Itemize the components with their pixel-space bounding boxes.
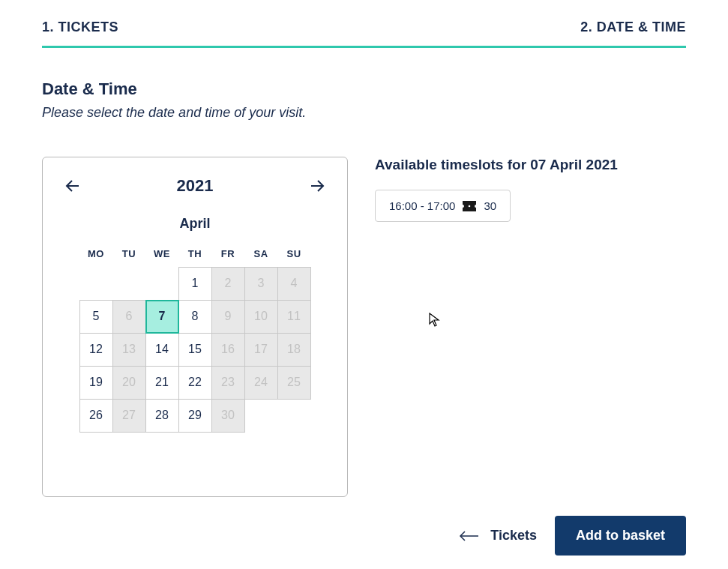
calendar-day[interactable]: 19 [79,366,113,400]
back-to-tickets-link[interactable]: Tickets [459,528,537,544]
timeslot-count: 30 [484,199,496,212]
calendar-day: 9 [211,300,245,334]
weekday-label: WE [145,248,178,259]
weekday-label: MO [79,248,112,259]
calendar-day: 6 [112,300,146,334]
calendar-empty-cell [112,267,146,301]
calendar-day[interactable]: 7 [145,300,179,334]
calendar-empty-cell [79,267,113,301]
tab-datetime[interactable]: 2. DATE & TIME [580,19,686,35]
calendar-day: 25 [277,366,311,400]
tab-tickets[interactable]: 1. TICKETS [42,19,118,35]
timeslot-option[interactable]: 16:00 - 17:0030 [375,190,511,222]
prev-month-button[interactable] [62,175,83,196]
calendar-day[interactable]: 22 [178,366,212,400]
calendar-day: 13 [112,333,146,367]
calendar-day[interactable]: 29 [178,399,212,433]
calendar-day[interactable]: 26 [79,399,113,433]
page-title: Date & Time [42,79,686,99]
weekday-label: TH [178,248,211,259]
calendar: 2021 April MOTUWETHFRSASU 12345678910111… [42,157,348,497]
calendar-day: 24 [244,366,278,400]
calendar-day[interactable]: 5 [79,300,113,334]
calendar-day[interactable]: 21 [145,366,179,400]
weekday-label: SA [244,248,277,259]
calendar-month: April [62,216,328,232]
svg-point-2 [469,205,471,207]
calendar-day: 27 [112,399,146,433]
calendar-day[interactable]: 15 [178,333,212,367]
calendar-empty-cell [145,267,179,301]
next-month-button[interactable] [307,175,328,196]
back-link-label: Tickets [490,528,537,544]
calendar-day: 10 [244,300,278,334]
calendar-day[interactable]: 8 [178,300,212,334]
calendar-day: 16 [211,333,245,367]
calendar-day: 18 [277,333,311,367]
calendar-day: 20 [112,366,146,400]
weekday-label: SU [277,248,310,259]
calendar-day[interactable]: 1 [178,267,212,301]
calendar-day: 3 [244,267,278,301]
add-to-basket-button[interactable]: Add to basket [555,516,686,556]
calendar-day: 23 [211,366,245,400]
calendar-day[interactable]: 12 [79,333,113,367]
timeslots-heading: Available timeslots for 07 April 2021 [375,157,686,173]
calendar-day: 11 [277,300,311,334]
weekday-label: FR [211,248,244,259]
calendar-day: 2 [211,267,245,301]
weekday-label: TU [112,248,145,259]
calendar-day[interactable]: 28 [145,399,179,433]
page-subtitle: Please select the date and time of your … [42,105,686,121]
calendar-year: 2021 [177,176,214,196]
calendar-day[interactable]: 14 [145,333,179,367]
timeslot-range: 16:00 - 17:00 [389,199,455,212]
step-tabs: 1. TICKETS 2. DATE & TIME [42,19,686,48]
calendar-day: 30 [211,399,245,433]
calendar-day: 4 [277,267,311,301]
calendar-day: 17 [244,333,278,367]
ticket-icon [463,201,476,211]
